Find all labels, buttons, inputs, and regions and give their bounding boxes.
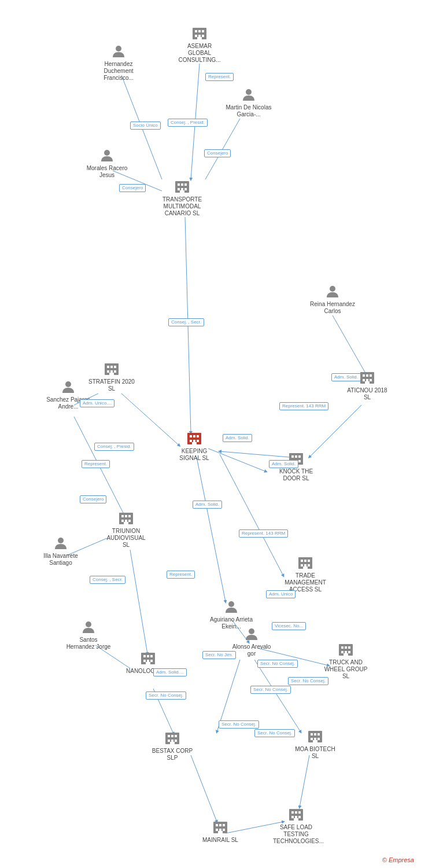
svg-rect-59 xyxy=(109,373,114,375)
badge-vicesec-no: Vicesec. No... xyxy=(272,622,306,630)
svg-rect-105 xyxy=(146,662,150,664)
svg-rect-137 xyxy=(218,831,223,833)
svg-rect-55 xyxy=(114,366,116,368)
svg-rect-141 xyxy=(298,811,301,814)
svg-rect-121 xyxy=(170,742,175,744)
svg-rect-27 xyxy=(198,30,201,32)
svg-rect-85 xyxy=(124,522,128,524)
badge-secr-no-consej-alonso2: Secr. No Consej. xyxy=(250,686,291,694)
svg-rect-127 xyxy=(314,738,316,740)
svg-point-34 xyxy=(246,89,252,95)
svg-rect-76 xyxy=(298,460,301,462)
svg-rect-56 xyxy=(107,370,109,373)
badge-represent-143rrm2: Represent. 143 RRM xyxy=(239,529,288,538)
diagram-container: ASEMAR GLOBAL CONSULTING... Hernandez Du… xyxy=(0,0,421,868)
badge-represent-trade: Represent. xyxy=(167,571,195,579)
santos-label: Santos Hernandez Jorge xyxy=(65,637,112,650)
svg-point-60 xyxy=(65,381,71,387)
badge-secr-no-consej-truck: Secr. No Consej. xyxy=(288,677,328,685)
mainrail-label: MAINRAIL SL xyxy=(202,837,238,844)
svg-rect-94 xyxy=(308,564,310,567)
svg-rect-109 xyxy=(348,646,350,649)
svg-rect-145 xyxy=(294,818,298,821)
svg-rect-68 xyxy=(370,379,372,381)
badge-socio-unico: Socio Único xyxy=(130,122,161,130)
badge-secr-no-consej-alonso1: Secr. No Consej. xyxy=(257,660,298,668)
node-bestax: BESTAX CORP SLP xyxy=(149,728,195,762)
svg-rect-133 xyxy=(223,824,225,826)
svg-rect-57 xyxy=(110,370,113,373)
svg-rect-126 xyxy=(311,738,313,740)
badge-represent-asemar: Represent. xyxy=(205,73,234,81)
svg-rect-102 xyxy=(143,660,146,662)
svg-point-87 xyxy=(86,621,91,627)
svg-rect-71 xyxy=(291,455,294,458)
svg-rect-63 xyxy=(363,374,365,377)
badge-adm-solid-aticnou: Adm. Solid. xyxy=(331,373,361,381)
svg-rect-89 xyxy=(301,560,303,562)
svg-rect-112 xyxy=(348,651,350,653)
svg-rect-104 xyxy=(150,660,153,662)
node-aguiriano: Aguiriano Arrieta Ekein... xyxy=(208,599,254,630)
svg-rect-90 xyxy=(304,560,306,562)
truck-label: TRUCK AND WHEEL GROUP SL xyxy=(323,659,369,680)
svg-rect-103 xyxy=(147,660,149,662)
svg-line-16 xyxy=(197,457,226,602)
svg-rect-37 xyxy=(178,183,180,186)
svg-rect-79 xyxy=(121,515,124,517)
svg-rect-41 xyxy=(181,188,183,190)
svg-rect-64 xyxy=(366,374,368,377)
badge-consejero-morales: Consejero xyxy=(119,184,146,192)
node-truck: TRUCK AND WHEEL GROUP SL xyxy=(323,639,369,680)
badge-secr-no-consej-nanologic: Secr. No Consej. xyxy=(146,692,186,700)
svg-rect-80 xyxy=(125,515,127,517)
svg-rect-92 xyxy=(301,564,303,567)
node-transporte: TRANSPORTE MULTIMODAL CANARIO SL xyxy=(159,176,205,217)
node-mainrail: MAINRAIL SL xyxy=(202,817,238,844)
svg-rect-128 xyxy=(317,738,320,740)
svg-rect-26 xyxy=(195,30,197,32)
morales-label: Morales Racero Jesus xyxy=(84,165,130,179)
badge-adm-solid-sanchez: Adm. Unico.... xyxy=(80,399,115,407)
bestax-label: BESTAX CORP SLP xyxy=(149,748,195,762)
node-santos: Santos Hernandez Jorge xyxy=(65,619,112,650)
badge-adm-solid2: Adm. Solid. xyxy=(193,501,222,509)
svg-rect-58 xyxy=(114,370,116,373)
svg-rect-115 xyxy=(168,735,170,737)
svg-rect-46 xyxy=(193,435,195,437)
svg-rect-43 xyxy=(180,190,184,193)
badge-adm-solid-nanologic: Adm. Solid.... xyxy=(153,668,187,676)
svg-line-23 xyxy=(300,755,309,807)
svg-rect-144 xyxy=(298,816,301,818)
svg-rect-132 xyxy=(219,824,221,826)
svg-rect-49 xyxy=(193,440,195,442)
svg-rect-123 xyxy=(311,733,313,735)
svg-rect-99 xyxy=(143,655,146,657)
node-triunion: TRIUNION AUDIOVISUAL SL xyxy=(103,508,149,549)
svg-rect-38 xyxy=(181,183,183,186)
svg-rect-110 xyxy=(341,651,344,653)
svg-point-35 xyxy=(104,150,110,156)
svg-rect-40 xyxy=(178,188,180,190)
moa-label: MOA BIOTECH SL xyxy=(292,746,338,760)
svg-rect-69 xyxy=(365,381,370,384)
reina-label: Reina Hernandez Carlos xyxy=(309,301,356,315)
svg-rect-91 xyxy=(308,560,310,562)
knock-label: KNOCK THE DOOR SL xyxy=(273,468,319,482)
svg-rect-119 xyxy=(171,740,173,742)
aticnou-label: ATICNOU 2018 SL xyxy=(344,387,390,401)
svg-rect-67 xyxy=(366,379,368,381)
svg-rect-50 xyxy=(197,440,199,442)
node-trade: TRADE MANAGEMENT ACCESS SL xyxy=(282,553,328,593)
svg-rect-28 xyxy=(202,30,204,32)
svg-rect-118 xyxy=(168,740,170,742)
badge-consejero-illa: Consejero xyxy=(80,495,106,503)
svg-line-5 xyxy=(121,393,179,446)
svg-rect-140 xyxy=(295,811,297,814)
svg-rect-47 xyxy=(197,435,199,437)
badge-adm-solid-knock: Adm. Solid. xyxy=(269,460,298,468)
svg-line-20 xyxy=(254,660,301,732)
svg-rect-135 xyxy=(219,829,221,831)
node-moa: MOA BIOTECH SL xyxy=(292,726,338,760)
svg-rect-139 xyxy=(291,811,294,814)
